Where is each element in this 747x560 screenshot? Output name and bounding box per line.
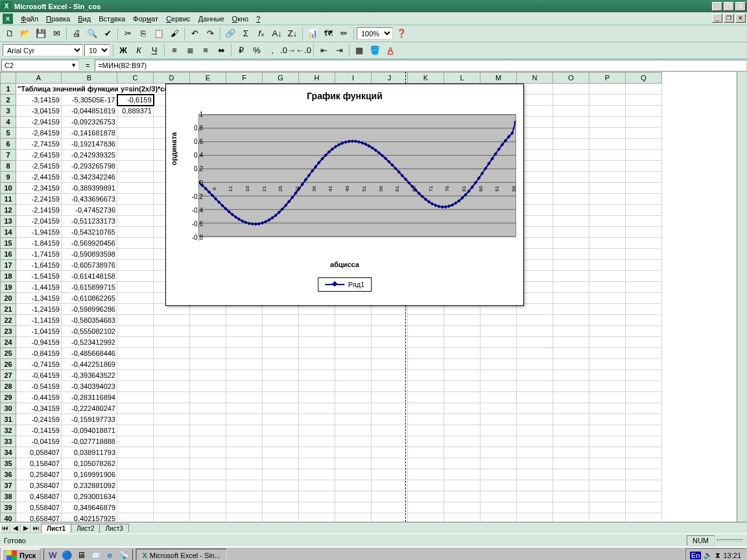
sort-asc-icon[interactable]: A↓	[270, 27, 284, 41]
tab-last-icon[interactable]: ⏭	[31, 523, 42, 533]
svg-text:36: 36	[311, 185, 317, 191]
percent-icon[interactable]: %	[250, 43, 264, 58]
hyperlink-icon[interactable]: 🔗	[223, 27, 237, 41]
comma-icon[interactable]: ,	[265, 43, 279, 58]
borders-icon[interactable]: ▦	[352, 43, 366, 58]
menu-help[interactable]: ?	[252, 14, 264, 24]
font-name-select[interactable]: Arial Cyr	[3, 44, 83, 56]
dec-indent-icon[interactable]: ⇤	[316, 43, 331, 58]
autosum-icon[interactable]: Σ	[239, 27, 253, 41]
copy-icon[interactable]: ⎘	[136, 27, 150, 41]
ql-word-icon[interactable]: W	[47, 550, 58, 561]
sheet-tab-3[interactable]: Лист3	[99, 524, 128, 533]
taskbar-app-button[interactable]: X Microsoft Excel - Sin...	[136, 548, 227, 560]
inc-decimal-icon[interactable]: .0→	[281, 43, 295, 58]
chart-icon[interactable]: 📊	[305, 27, 320, 41]
print-icon[interactable]: 🖨	[69, 27, 84, 41]
menu-file[interactable]: Файл	[17, 14, 42, 24]
workbook-icon[interactable]: X	[3, 14, 13, 24]
system-tray[interactable]: En 🔈 ⧗ 13:21	[685, 548, 746, 560]
ql-desktop-icon[interactable]: 🖥	[75, 550, 87, 561]
minimize-button[interactable]: _	[712, 2, 722, 11]
redo-icon[interactable]: ↷	[203, 27, 217, 41]
menu-insert[interactable]: Вставка	[95, 14, 129, 24]
align-left-icon[interactable]: ≡	[167, 43, 182, 58]
worksheet-grid[interactable]: ABCDEFGHIJKLMNOPQ1"Таблица значений функ…	[0, 72, 747, 522]
embedded-chart[interactable]: График функций ордината 1611162126313641…	[165, 84, 524, 306]
new-icon[interactable]: 🗋	[3, 27, 17, 41]
open-icon[interactable]: 📂	[18, 27, 32, 41]
tab-first-icon[interactable]: ⏮	[0, 523, 10, 533]
merge-icon[interactable]: ⬌	[214, 43, 228, 58]
app-title: Microsoft Excel - Sin_cos	[14, 3, 712, 10]
italic-icon[interactable]: К	[132, 43, 146, 58]
svg-text:66: 66	[411, 185, 417, 191]
menu-tools[interactable]: Сервис	[162, 14, 195, 24]
zoom-select[interactable]: 100%	[357, 27, 393, 40]
font-color-icon[interactable]: A	[383, 43, 397, 58]
drawing-icon[interactable]: ✏	[337, 27, 351, 41]
svg-rect-59	[361, 141, 364, 145]
align-center-icon[interactable]: ≣	[183, 43, 197, 58]
paste-icon[interactable]: 📋	[152, 27, 166, 41]
mail-icon[interactable]: ✉	[49, 27, 64, 41]
save-icon[interactable]: 💾	[34, 27, 48, 41]
cut-icon[interactable]: ✂	[121, 27, 135, 41]
svg-text:61: 61	[394, 185, 400, 191]
mdi-minimize[interactable]: _	[712, 14, 722, 23]
ql-ie-icon[interactable]: e	[104, 550, 115, 561]
equals-label: =	[80, 62, 95, 69]
ql-channels-icon[interactable]: 📡	[118, 550, 130, 561]
font-size-select[interactable]: 10	[84, 44, 110, 56]
underline-icon[interactable]: Ч	[147, 43, 161, 58]
help-icon[interactable]: ❓	[394, 27, 409, 41]
legend-sample-icon	[325, 284, 344, 285]
format-painter-icon[interactable]: 🖌	[167, 27, 182, 41]
volume-icon[interactable]: 🔈	[704, 551, 713, 559]
svg-text:1: 1	[199, 187, 200, 191]
function-icon[interactable]: fₓ	[254, 27, 268, 41]
name-box[interactable]: C2▾	[1, 60, 79, 71]
fill-color-icon[interactable]: 🪣	[368, 43, 382, 58]
map-icon[interactable]: 🗺	[321, 27, 335, 41]
svg-text:86: 86	[478, 185, 484, 191]
legend-label: Ряд1	[348, 281, 364, 288]
mdi-restore[interactable]: ❐	[724, 14, 734, 23]
menu-view[interactable]: Вид	[74, 14, 95, 24]
tab-next-icon[interactable]: ▶	[21, 523, 31, 533]
sort-desc-icon[interactable]: Z↓	[285, 27, 300, 41]
menu-data[interactable]: Данные	[195, 14, 228, 24]
bold-icon[interactable]: Ж	[116, 43, 130, 58]
svg-text:76: 76	[444, 185, 450, 191]
menu-format[interactable]: Формат	[129, 14, 162, 24]
ql-outlook-icon[interactable]: 📨	[89, 550, 101, 561]
currency-icon[interactable]: ₽	[234, 43, 248, 58]
sheet-tab-1[interactable]: Лист1	[41, 524, 71, 533]
menu-edit[interactable]: Правка	[42, 14, 74, 24]
vertical-scrollbar[interactable]	[737, 72, 747, 522]
svg-text:91: 91	[494, 185, 500, 191]
formula-bar[interactable]: =МИН(B2:B97)	[95, 60, 747, 71]
tab-prev-icon[interactable]: ◀	[10, 523, 21, 533]
restore-button[interactable]: ❐	[724, 2, 734, 11]
spell-icon[interactable]: ✔	[101, 27, 115, 41]
clock: 13:21	[723, 552, 741, 559]
ql-nu-icon[interactable]: 🔵	[61, 550, 73, 561]
close-button[interactable]: ✕	[735, 2, 746, 11]
undo-icon[interactable]: ↶	[187, 27, 202, 41]
horizontal-scrollbar[interactable]	[136, 523, 747, 533]
preview-icon[interactable]: 🔍	[85, 27, 99, 41]
taskbar: Пуск W 🔵 🖥 📨 e 📡 X Microsoft Excel - Sin…	[0, 546, 747, 560]
chart-xlabel: абцисса	[166, 261, 523, 268]
mdi-close[interactable]: ✕	[735, 14, 746, 23]
svg-rect-24	[244, 220, 248, 224]
svg-rect-28	[257, 222, 261, 226]
start-button[interactable]: Пуск	[1, 548, 41, 560]
align-right-icon[interactable]: ≡	[198, 43, 213, 58]
inc-indent-icon[interactable]: ⇥	[332, 43, 346, 58]
menu-window[interactable]: Окно	[228, 14, 253, 24]
sheet-tab-2[interactable]: Лист2	[71, 524, 100, 533]
dec-decimal-icon[interactable]: ←.0	[296, 43, 311, 58]
lang-indicator[interactable]: En	[690, 552, 701, 559]
tray-icon[interactable]: ⧗	[715, 551, 720, 559]
